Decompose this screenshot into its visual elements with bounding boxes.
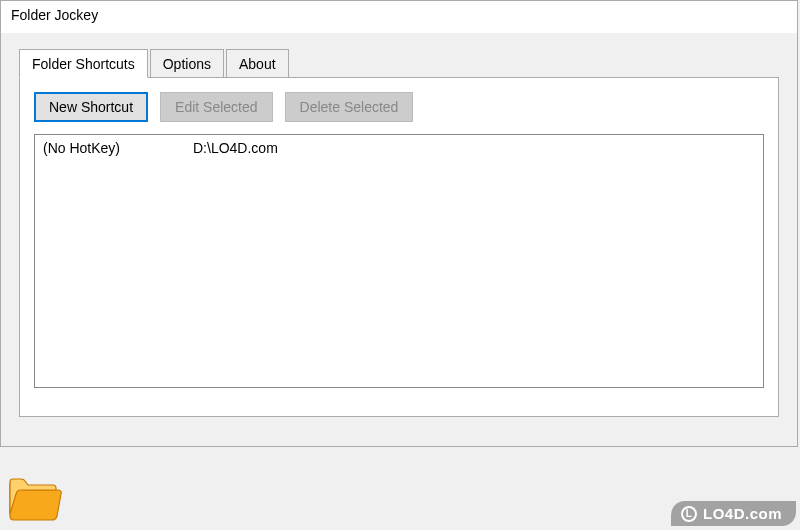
delete-selected-button[interactable]: Delete Selected [285, 92, 414, 122]
tab-about[interactable]: About [226, 49, 289, 77]
edit-selected-button[interactable]: Edit Selected [160, 92, 273, 122]
watermark: L LO4D.com [671, 501, 796, 526]
watermark-text: LO4D.com [703, 505, 782, 522]
footer-area: L LO4D.com [0, 447, 800, 530]
new-shortcut-button[interactable]: New Shortcut [34, 92, 148, 122]
tab-folder-shortcuts[interactable]: Folder Shortcuts [19, 49, 148, 78]
tab-options[interactable]: Options [150, 49, 224, 77]
tab-label: Folder Shortcuts [32, 56, 135, 72]
list-item-hotkey: (No HotKey) [43, 140, 193, 156]
window-title: Folder Jockey [11, 7, 98, 23]
tab-label: About [239, 56, 276, 72]
client-area: Folder Shortcuts Options About New Short… [1, 33, 797, 446]
list-item[interactable]: (No HotKey) D:\LO4D.com [43, 139, 755, 157]
tab-label: Options [163, 56, 211, 72]
list-item-path: D:\LO4D.com [193, 140, 755, 156]
tabpanel-folder-shortcuts: New Shortcut Edit Selected Delete Select… [19, 77, 779, 417]
titlebar: Folder Jockey [1, 1, 797, 33]
watermark-badge-icon: L [681, 506, 697, 522]
open-folder-icon [6, 474, 62, 524]
shortcut-listbox[interactable]: (No HotKey) D:\LO4D.com [34, 134, 764, 388]
app-window: Folder Jockey Folder Shortcuts Options A… [0, 0, 798, 447]
tab-row: Folder Shortcuts Options About [19, 49, 779, 77]
button-row: New Shortcut Edit Selected Delete Select… [34, 92, 764, 122]
